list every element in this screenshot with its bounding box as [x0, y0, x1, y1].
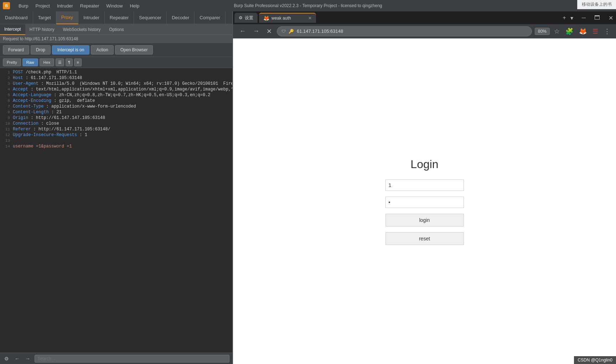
title-bar-left: B Burp Project Intruder Repeater Window …: [3, 2, 142, 10]
format-icon-btn-2[interactable]: ¶: [66, 58, 73, 66]
browser-nav: ← → ✕ 🛡 🔑 61.147.171.105:63148 80% ☆ 🧩 🦊…: [233, 24, 616, 38]
menu-project[interactable]: Project: [32, 2, 52, 10]
stop-btn[interactable]: ✕: [264, 26, 274, 37]
browser-maximize-btn[interactable]: 🗖: [591, 13, 603, 23]
browser-content: Login login reset CSDN @Q1nglin0: [233, 38, 616, 364]
request-bar: Request to http://61.147.171.105:63148: [0, 35, 232, 43]
tab-proxy[interactable]: Proxy: [56, 11, 78, 24]
login-button[interactable]: login: [385, 214, 464, 227]
tab-close-btn[interactable]: ✕: [308, 16, 312, 21]
firefox-tab-icon: 🦊: [263, 15, 269, 21]
zoom-badge: 80%: [535, 28, 550, 35]
tab-sequencer[interactable]: Sequencer: [134, 11, 167, 24]
browser-minimize-btn[interactable]: ─: [579, 13, 589, 23]
format-icon-btn-1[interactable]: ☰: [56, 58, 64, 66]
subtab-http-history[interactable]: HTTP history: [25, 24, 59, 35]
req-line-8: 8 Content-Length : 21: [0, 109, 232, 115]
browser-panel: ⚙ 设置 🦊 weak auth ✕ + ▾ ─ 🗖 ✕: [233, 11, 616, 364]
nav-tabs-top: Dashboard Target Proxy Intruder Repeater…: [0, 11, 232, 24]
tab-bar-row: ⚙ 设置 🦊 weak auth ✕ + ▾ ─ 🗖 ✕: [233, 11, 616, 24]
request-content: 1 POST /check.php HTTP/1.1 2 Host : 61.1…: [0, 68, 232, 353]
format-icon-btn-3[interactable]: ≡: [74, 58, 81, 66]
drop-button[interactable]: Drop: [31, 45, 51, 54]
main-layout: Dashboard Target Proxy Intruder Repeater…: [0, 11, 616, 364]
tab-dashboard[interactable]: Dashboard: [0, 11, 33, 24]
req-line-12: 12 Upgrade-Insecure-Requests : 1: [0, 132, 232, 138]
format-tabs: Pretty Raw Hex ☰ ¶ ≡: [0, 57, 232, 68]
action-button[interactable]: Action: [91, 45, 113, 54]
sidebar-toggle-btn[interactable]: ⋮: [602, 26, 612, 37]
burp-logo: B: [3, 2, 10, 9]
req-line-7: 7 Content-Type : application/x-www-form-…: [0, 104, 232, 109]
csdn-watermark: CSDN @Q1nglin0: [574, 356, 616, 364]
menu-help[interactable]: Help: [127, 2, 142, 10]
bottom-bar: ⚙ ← →: [0, 353, 232, 364]
req-line-5: 5 Accept-Language : zh-CN,zh;q=0.8,zh-TW…: [0, 92, 232, 98]
forward-button[interactable]: Forward: [3, 45, 29, 54]
bottom-back-btn[interactable]: ←: [13, 355, 21, 362]
req-line-13: 13: [0, 138, 232, 144]
subtab-websockets-history[interactable]: WebSockets history: [59, 24, 105, 35]
menu-repeater[interactable]: Repeater: [77, 2, 102, 10]
tab-comparer[interactable]: Comparer: [195, 11, 226, 24]
tab-actions: + ▾: [561, 13, 574, 23]
forward-btn[interactable]: →: [251, 26, 262, 36]
weak-auth-tab[interactable]: 🦊 weak auth ✕: [259, 13, 316, 23]
weak-auth-tab-label: weak auth: [271, 16, 291, 21]
login-container: Login login reset: [385, 158, 464, 245]
settings-tab-label: 设置: [245, 15, 253, 21]
settings-tab[interactable]: ⚙ 设置: [234, 13, 258, 23]
tab-repeater[interactable]: Repeater: [105, 11, 134, 24]
subtab-options[interactable]: Options: [105, 24, 128, 35]
username-input[interactable]: [385, 180, 464, 191]
tab-target[interactable]: Target: [33, 11, 56, 24]
star-btn[interactable]: ☆: [553, 26, 561, 37]
reset-button[interactable]: reset: [385, 232, 464, 245]
browser-chrome: ⚙ 设置 🦊 weak auth ✕ + ▾ ─ 🗖 ✕: [233, 11, 616, 38]
browser-close-btn[interactable]: ✕: [606, 13, 616, 23]
bottom-settings-btn[interactable]: ⚙: [3, 355, 10, 362]
login-title: Login: [410, 158, 438, 171]
new-tab-btn[interactable]: +: [561, 13, 567, 22]
browser-win-controls: ─ 🗖 ✕: [579, 13, 616, 23]
sub-tabs: Intercept HTTP history WebSockets histor…: [0, 24, 232, 35]
title-bar-menu: Burp Project Intruder Repeater Window He…: [16, 2, 142, 10]
req-line-2: 2 Host : 61.147.171.105:63148: [0, 75, 232, 81]
search-input[interactable]: [35, 355, 229, 363]
req-line-10: 10 Connection : close: [0, 121, 232, 126]
firefox-btn[interactable]: 🦊: [578, 26, 588, 37]
bottom-forward-btn[interactable]: →: [24, 355, 32, 362]
extensions-btn[interactable]: 🧩: [564, 26, 575, 37]
hex-button[interactable]: Hex: [40, 58, 55, 66]
refresh-btn[interactable]: ☰: [591, 26, 600, 37]
title-bar: B Burp Project Intruder Repeater Window …: [0, 0, 616, 11]
shield-icon: 🛡: [281, 29, 286, 34]
pretty-button[interactable]: Pretty: [3, 58, 21, 66]
req-line-11: 11 Referer : http://61.147.171.105:63148…: [0, 126, 232, 132]
settings-icon: ⚙: [239, 15, 243, 20]
menu-window[interactable]: Window: [103, 2, 125, 10]
menu-intruder[interactable]: Intruder: [54, 2, 76, 10]
tab-intruder[interactable]: Intruder: [78, 11, 105, 24]
list-tabs-btn[interactable]: ▾: [569, 13, 575, 23]
url-text: 61.147.171.105:63148: [297, 28, 343, 34]
req-line-4: 4 Accept : text/html,application/xhtml+x…: [0, 87, 232, 92]
req-line-6: 6 Accept-Encoding : gzip, deflate: [0, 98, 232, 104]
password-input[interactable]: [385, 197, 464, 208]
burp-panel: Dashboard Target Proxy Intruder Repeater…: [0, 11, 232, 364]
req-line-9: 9 Origin : http://61.147.147.105:63148: [0, 115, 232, 121]
lock-icon: 🔑: [289, 29, 294, 34]
req-line-3: 3 User-Agent : Mozilla/5.0 (Windows NT 1…: [0, 81, 232, 87]
req-line-14: 14 username =1&password =1: [0, 144, 232, 149]
intercept-button[interactable]: Intercept is on: [52, 45, 89, 54]
menu-burp[interactable]: Burp: [16, 2, 31, 10]
subtab-intercept[interactable]: Intercept: [0, 24, 25, 35]
url-bar[interactable]: 🛡 🔑 61.147.171.105:63148: [277, 26, 532, 36]
back-btn[interactable]: ←: [237, 26, 248, 36]
open-browser-button[interactable]: Open Browser: [115, 45, 153, 54]
raw-button[interactable]: Raw: [22, 58, 38, 66]
title-bar-title: Burp Suite Professional v2022.2.3 - Temp…: [234, 3, 382, 8]
req-line-1: 1 POST /check.php HTTP/1.1: [0, 69, 232, 75]
toolbar: Forward Drop Intercept is on Action Open…: [0, 43, 232, 57]
tab-decoder[interactable]: Decoder: [167, 11, 195, 24]
